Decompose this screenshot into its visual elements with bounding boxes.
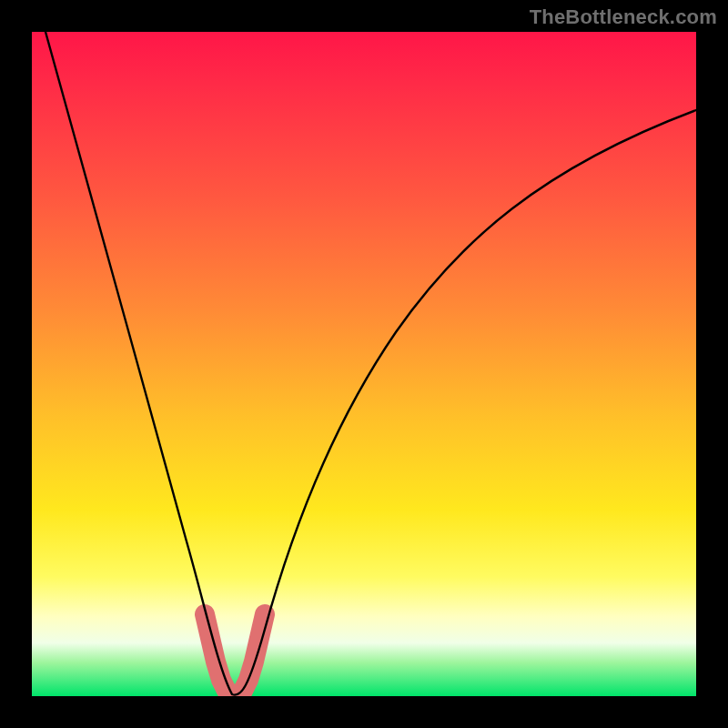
plot-area [32,32,696,696]
watermark-text: TheBottleneck.com [530,5,717,29]
bottleneck-curve [46,32,696,695]
curve-layer [32,32,696,696]
chart-frame: TheBottleneck.com [0,0,728,728]
trough-marker [205,614,265,694]
